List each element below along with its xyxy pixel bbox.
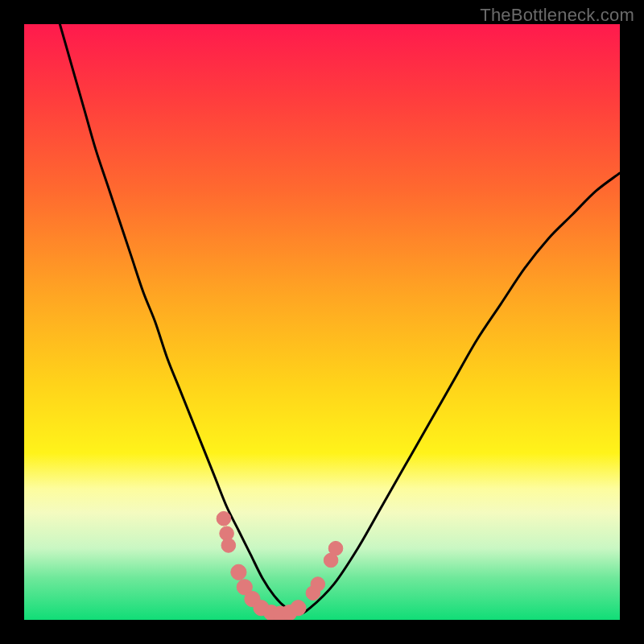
plot-area xyxy=(24,24,620,620)
data-marker xyxy=(291,601,306,616)
chart-svg xyxy=(24,24,620,620)
data-marker xyxy=(328,541,343,555)
chart-frame: TheBottleneck.com xyxy=(0,0,644,644)
data-marker xyxy=(311,577,325,592)
watermark-text: TheBottleneck.com xyxy=(480,5,634,26)
data-marker xyxy=(217,511,231,526)
bottleneck-curve xyxy=(60,24,620,614)
data-marker xyxy=(221,539,236,553)
data-marker xyxy=(231,564,246,580)
